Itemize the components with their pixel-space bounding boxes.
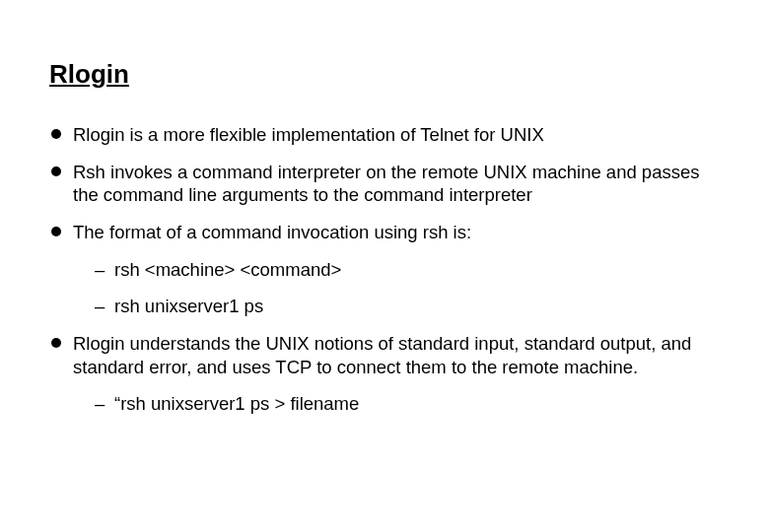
sub-text: rsh unixserver1 ps [114, 296, 263, 316]
sub-list: rsh <machine> <command> rsh unixserver1 … [95, 258, 720, 318]
bullet-item: Rlogin is a more flexible implementation… [49, 123, 720, 147]
sub-list: “rsh unixserver1 ps > filename [95, 392, 720, 416]
bullet-text: Rsh invokes a command interpreter on the… [73, 162, 699, 206]
sub-item: rsh <machine> <command> [95, 258, 720, 282]
sub-text: “rsh unixserver1 ps > filename [114, 393, 359, 414]
sub-item: “rsh unixserver1 ps > filename [95, 392, 720, 416]
slide: Rlogin Rlogin is a more flexible impleme… [0, 0, 769, 469]
bullet-text: The format of a command invocation using… [73, 222, 471, 242]
slide-title: Rlogin [49, 59, 720, 90]
bullet-item: Rlogin understands the UNIX notions of s… [49, 332, 720, 416]
bullet-item: Rsh invokes a command interpreter on the… [49, 161, 720, 207]
bullet-list: Rlogin is a more flexible implementation… [49, 123, 720, 416]
bullet-item: The format of a command invocation using… [49, 221, 720, 318]
sub-text: rsh <machine> <command> [114, 259, 341, 280]
bullet-text: Rlogin understands the UNIX notions of s… [73, 333, 691, 377]
bullet-text: Rlogin is a more flexible implementation… [73, 124, 544, 145]
sub-item: rsh unixserver1 ps [95, 295, 720, 318]
